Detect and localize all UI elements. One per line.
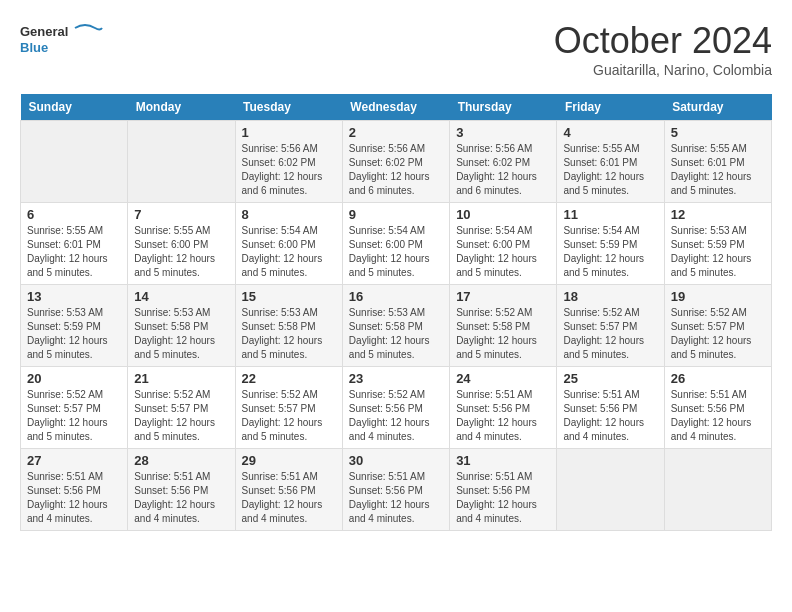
calendar-cell-w2-d7: 12 Sunrise: 5:53 AMSunset: 5:59 PMDaylig… [664,203,771,285]
svg-text:Blue: Blue [20,40,48,55]
calendar-cell-w3-d2: 14 Sunrise: 5:53 AMSunset: 5:58 PMDaylig… [128,285,235,367]
month-title: October 2024 [554,20,772,62]
day-number: 2 [349,125,443,140]
day-number: 20 [27,371,121,386]
day-number: 10 [456,207,550,222]
calendar-cell-w3-d5: 17 Sunrise: 5:52 AMSunset: 5:58 PMDaylig… [450,285,557,367]
day-info: Sunrise: 5:55 AMSunset: 6:00 PMDaylight:… [134,224,228,280]
calendar-cell-w2-d4: 9 Sunrise: 5:54 AMSunset: 6:00 PMDayligh… [342,203,449,285]
calendar-cell-w1-d4: 2 Sunrise: 5:56 AMSunset: 6:02 PMDayligh… [342,121,449,203]
day-number: 14 [134,289,228,304]
day-number: 30 [349,453,443,468]
week-row-4: 20 Sunrise: 5:52 AMSunset: 5:57 PMDaylig… [21,367,772,449]
calendar-cell-w2-d5: 10 Sunrise: 5:54 AMSunset: 6:00 PMDaylig… [450,203,557,285]
day-info: Sunrise: 5:54 AMSunset: 6:00 PMDaylight:… [456,224,550,280]
day-number: 19 [671,289,765,304]
day-info: Sunrise: 5:56 AMSunset: 6:02 PMDaylight:… [242,142,336,198]
day-info: Sunrise: 5:54 AMSunset: 5:59 PMDaylight:… [563,224,657,280]
calendar-cell-w1-d5: 3 Sunrise: 5:56 AMSunset: 6:02 PMDayligh… [450,121,557,203]
day-number: 31 [456,453,550,468]
day-number: 8 [242,207,336,222]
day-info: Sunrise: 5:52 AMSunset: 5:57 PMDaylight:… [563,306,657,362]
day-number: 17 [456,289,550,304]
day-number: 15 [242,289,336,304]
week-row-3: 13 Sunrise: 5:53 AMSunset: 5:59 PMDaylig… [21,285,772,367]
day-info: Sunrise: 5:52 AMSunset: 5:56 PMDaylight:… [349,388,443,444]
day-number: 26 [671,371,765,386]
calendar-cell-w5-d1: 27 Sunrise: 5:51 AMSunset: 5:56 PMDaylig… [21,449,128,531]
day-info: Sunrise: 5:51 AMSunset: 5:56 PMDaylight:… [242,470,336,526]
day-number: 6 [27,207,121,222]
calendar-cell-w5-d3: 29 Sunrise: 5:51 AMSunset: 5:56 PMDaylig… [235,449,342,531]
day-info: Sunrise: 5:51 AMSunset: 5:56 PMDaylight:… [134,470,228,526]
calendar-cell-w1-d3: 1 Sunrise: 5:56 AMSunset: 6:02 PMDayligh… [235,121,342,203]
day-info: Sunrise: 5:53 AMSunset: 5:58 PMDaylight:… [242,306,336,362]
day-info: Sunrise: 5:56 AMSunset: 6:02 PMDaylight:… [349,142,443,198]
day-number: 24 [456,371,550,386]
calendar-cell-w2-d3: 8 Sunrise: 5:54 AMSunset: 6:00 PMDayligh… [235,203,342,285]
day-info: Sunrise: 5:55 AMSunset: 6:01 PMDaylight:… [671,142,765,198]
day-info: Sunrise: 5:51 AMSunset: 5:56 PMDaylight:… [456,470,550,526]
day-info: Sunrise: 5:52 AMSunset: 5:57 PMDaylight:… [242,388,336,444]
day-info: Sunrise: 5:55 AMSunset: 6:01 PMDaylight:… [27,224,121,280]
calendar-cell-w4-d7: 26 Sunrise: 5:51 AMSunset: 5:56 PMDaylig… [664,367,771,449]
day-number: 27 [27,453,121,468]
calendar-cell-w2-d1: 6 Sunrise: 5:55 AMSunset: 6:01 PMDayligh… [21,203,128,285]
day-info: Sunrise: 5:53 AMSunset: 5:59 PMDaylight:… [27,306,121,362]
day-number: 23 [349,371,443,386]
day-number: 13 [27,289,121,304]
day-number: 1 [242,125,336,140]
day-info: Sunrise: 5:51 AMSunset: 5:56 PMDaylight:… [671,388,765,444]
calendar-cell-w3-d3: 15 Sunrise: 5:53 AMSunset: 5:58 PMDaylig… [235,285,342,367]
day-info: Sunrise: 5:51 AMSunset: 5:56 PMDaylight:… [27,470,121,526]
calendar-cell-w3-d6: 18 Sunrise: 5:52 AMSunset: 5:57 PMDaylig… [557,285,664,367]
calendar-cell-w1-d1 [21,121,128,203]
calendar-cell-w3-d4: 16 Sunrise: 5:53 AMSunset: 5:58 PMDaylig… [342,285,449,367]
day-info: Sunrise: 5:54 AMSunset: 6:00 PMDaylight:… [242,224,336,280]
day-info: Sunrise: 5:52 AMSunset: 5:58 PMDaylight:… [456,306,550,362]
day-number: 18 [563,289,657,304]
day-info: Sunrise: 5:51 AMSunset: 5:56 PMDaylight:… [349,470,443,526]
calendar-table: SundayMondayTuesdayWednesdayThursdayFrid… [20,94,772,531]
week-row-1: 1 Sunrise: 5:56 AMSunset: 6:02 PMDayligh… [21,121,772,203]
day-info: Sunrise: 5:55 AMSunset: 6:01 PMDaylight:… [563,142,657,198]
day-number: 7 [134,207,228,222]
calendar-cell-w5-d6 [557,449,664,531]
day-info: Sunrise: 5:51 AMSunset: 5:56 PMDaylight:… [456,388,550,444]
day-number: 4 [563,125,657,140]
location-subtitle: Guaitarilla, Narino, Colombia [554,62,772,78]
calendar-cell-w2-d2: 7 Sunrise: 5:55 AMSunset: 6:00 PMDayligh… [128,203,235,285]
day-number: 16 [349,289,443,304]
day-number: 25 [563,371,657,386]
title-area: October 2024 Guaitarilla, Narino, Colomb… [554,20,772,78]
day-number: 11 [563,207,657,222]
weekday-header-row: SundayMondayTuesdayWednesdayThursdayFrid… [21,94,772,121]
calendar-cell-w5-d4: 30 Sunrise: 5:51 AMSunset: 5:56 PMDaylig… [342,449,449,531]
svg-text:General: General [20,24,68,39]
weekday-header-wednesday: Wednesday [342,94,449,121]
day-info: Sunrise: 5:52 AMSunset: 5:57 PMDaylight:… [134,388,228,444]
calendar-cell-w1-d2 [128,121,235,203]
logo-svg: General Blue [20,20,120,60]
page-header: General Blue October 2024 Guaitarilla, N… [20,20,772,78]
weekday-header-saturday: Saturday [664,94,771,121]
weekday-header-tuesday: Tuesday [235,94,342,121]
logo: General Blue [20,20,120,60]
day-number: 21 [134,371,228,386]
calendar-cell-w4-d3: 22 Sunrise: 5:52 AMSunset: 5:57 PMDaylig… [235,367,342,449]
calendar-cell-w1-d7: 5 Sunrise: 5:55 AMSunset: 6:01 PMDayligh… [664,121,771,203]
day-info: Sunrise: 5:54 AMSunset: 6:00 PMDaylight:… [349,224,443,280]
day-number: 9 [349,207,443,222]
day-number: 29 [242,453,336,468]
calendar-cell-w4-d5: 24 Sunrise: 5:51 AMSunset: 5:56 PMDaylig… [450,367,557,449]
week-row-5: 27 Sunrise: 5:51 AMSunset: 5:56 PMDaylig… [21,449,772,531]
day-info: Sunrise: 5:56 AMSunset: 6:02 PMDaylight:… [456,142,550,198]
day-info: Sunrise: 5:53 AMSunset: 5:59 PMDaylight:… [671,224,765,280]
calendar-cell-w5-d5: 31 Sunrise: 5:51 AMSunset: 5:56 PMDaylig… [450,449,557,531]
calendar-cell-w4-d4: 23 Sunrise: 5:52 AMSunset: 5:56 PMDaylig… [342,367,449,449]
day-info: Sunrise: 5:52 AMSunset: 5:57 PMDaylight:… [671,306,765,362]
day-number: 3 [456,125,550,140]
weekday-header-friday: Friday [557,94,664,121]
calendar-cell-w5-d2: 28 Sunrise: 5:51 AMSunset: 5:56 PMDaylig… [128,449,235,531]
day-number: 5 [671,125,765,140]
